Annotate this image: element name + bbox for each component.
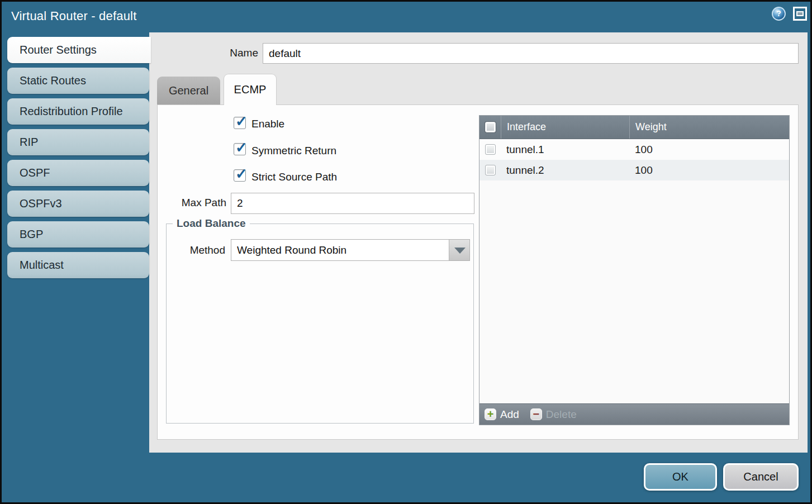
load-balance-legend: Load Balance bbox=[173, 217, 250, 230]
dialog-titlebar: Virtual Router - default ? bbox=[2, 2, 810, 32]
strict-source-path-label: Strict Source Path bbox=[251, 171, 337, 183]
check-icon: ✓ bbox=[235, 139, 248, 156]
select-all-cell bbox=[479, 116, 501, 139]
sidebar-item-router-settings[interactable]: Router Settings bbox=[7, 37, 151, 63]
method-label: Method bbox=[157, 244, 225, 256]
sidebar-item-static-routes[interactable]: Static Routes bbox=[7, 68, 149, 94]
help-glyph: ? bbox=[776, 9, 781, 18]
max-path-input[interactable] bbox=[231, 193, 474, 214]
sidebar-item-rip[interactable]: RIP bbox=[7, 129, 149, 155]
sidebar-item-multicast[interactable]: Multicast bbox=[7, 252, 149, 278]
tab-ecmp[interactable]: ECMP bbox=[224, 74, 277, 105]
check-icon: ✓ bbox=[235, 113, 248, 130]
virtual-router-dialog: Virtual Router - default ? Router Settin… bbox=[0, 0, 812, 504]
method-value: Weighted Round Robin bbox=[237, 240, 447, 260]
table-header: Interface Weight bbox=[479, 116, 789, 139]
sidebar-item-ospfv3[interactable]: OSPFv3 bbox=[7, 191, 149, 217]
ok-button[interactable]: OK bbox=[644, 463, 717, 491]
strict-source-path-checkbox[interactable]: ✓ bbox=[234, 169, 246, 182]
enable-checkbox[interactable]: ✓ bbox=[234, 117, 246, 129]
row-checkbox[interactable] bbox=[485, 165, 496, 175]
row-checkbox-cell bbox=[479, 160, 501, 180]
restore-window-icon[interactable] bbox=[793, 7, 807, 21]
symmetric-return-label: Symmetric Return bbox=[251, 145, 336, 157]
delete-label: Delete bbox=[546, 408, 577, 421]
restore-window-glyph bbox=[796, 11, 804, 16]
dialog-title: Virtual Router - default bbox=[11, 9, 137, 23]
weight-cell: 100 bbox=[629, 160, 789, 180]
tab-general[interactable]: General bbox=[157, 77, 220, 104]
name-input[interactable] bbox=[263, 43, 799, 64]
cancel-button[interactable]: Cancel bbox=[723, 463, 799, 491]
interface-table: Interface Weight tunnel.1 100 tunnel.2 1… bbox=[479, 115, 790, 425]
sidebar-item-bgp[interactable]: BGP bbox=[7, 221, 149, 248]
select-all-checkbox[interactable] bbox=[485, 122, 496, 132]
symmetric-return-checkbox[interactable]: ✓ bbox=[234, 143, 246, 155]
check-icon: ✓ bbox=[235, 165, 248, 183]
table-row[interactable]: tunnel.1 100 bbox=[479, 139, 789, 160]
minus-icon: − bbox=[530, 408, 542, 420]
plus-icon: + bbox=[485, 408, 496, 420]
help-icon[interactable]: ? bbox=[772, 7, 786, 21]
chevron-down-icon bbox=[454, 248, 466, 254]
column-header-interface[interactable]: Interface bbox=[501, 116, 629, 139]
name-field-label: Name bbox=[184, 47, 258, 59]
table-empty-area bbox=[479, 180, 789, 403]
interface-cell: tunnel.1 bbox=[501, 139, 629, 160]
delete-button[interactable]: − Delete bbox=[530, 408, 577, 421]
enable-label: Enable bbox=[251, 118, 284, 130]
method-dropdown[interactable]: Weighted Round Robin bbox=[231, 239, 470, 261]
interface-cell: tunnel.2 bbox=[501, 160, 629, 180]
row-checkbox[interactable] bbox=[485, 144, 496, 155]
add-button[interactable]: + Add bbox=[485, 408, 519, 421]
table-row[interactable]: tunnel.2 100 bbox=[479, 160, 789, 180]
weight-cell: 100 bbox=[629, 139, 789, 160]
column-header-weight[interactable]: Weight bbox=[629, 116, 789, 139]
add-label: Add bbox=[500, 408, 519, 421]
table-toolbar: + Add − Delete bbox=[479, 403, 789, 425]
sidebar-item-ospf[interactable]: OSPF bbox=[7, 160, 149, 186]
sidebar-item-redistribution-profile[interactable]: Redistribution Profile bbox=[7, 98, 149, 125]
row-checkbox-cell bbox=[479, 139, 501, 160]
max-path-label: Max Path bbox=[157, 197, 226, 209]
dropdown-arrow-button[interactable] bbox=[449, 240, 469, 260]
